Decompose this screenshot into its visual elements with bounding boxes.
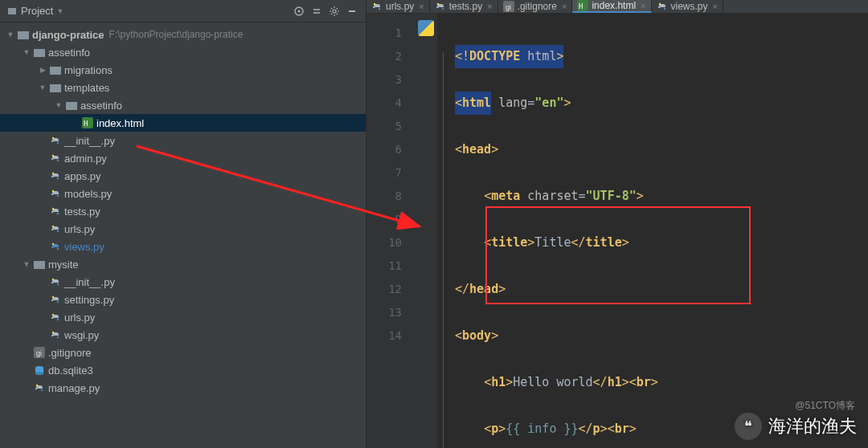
tree-item-label: db.sqlite3	[47, 365, 93, 377]
tree-item[interactable]: db.sqlite3	[0, 361, 366, 379]
tab-label: tests.py	[449, 1, 482, 12]
svg-text:H: H	[84, 120, 88, 128]
svg-point-32	[57, 248, 59, 250]
editor-tab[interactable]: tests.py×	[430, 0, 498, 13]
line-number[interactable]: 8	[366, 185, 402, 208]
collapse-icon[interactable]	[308, 2, 326, 20]
tree-item-label: wsgi.py	[63, 329, 99, 341]
tree-arrow-icon[interactable]: ▶	[37, 66, 48, 74]
tree-item[interactable]: apps.py	[0, 167, 366, 185]
project-dropdown[interactable]: Project ▼	[6, 5, 63, 17]
line-number[interactable]: 2	[366, 45, 402, 68]
tree-root-path: F:\pythonProject\django-pratice	[104, 29, 244, 40]
tree-item[interactable]: ▼assetinfo	[0, 96, 366, 114]
svg-point-22	[52, 190, 54, 192]
svg-rect-33	[34, 261, 45, 269]
line-gutter[interactable]: 1234567891011121314	[366, 14, 416, 448]
svg-rect-0	[8, 8, 16, 14]
editor-tab[interactable]: views.py×	[652, 0, 723, 13]
svg-point-38	[52, 296, 54, 298]
tree-item[interactable]: admin.py	[0, 149, 366, 167]
close-icon[interactable]: ×	[639, 1, 645, 10]
line-number[interactable]: 10	[366, 231, 402, 255]
tab-label: views.py	[671, 1, 708, 12]
close-icon[interactable]: ×	[711, 2, 718, 11]
tree-item[interactable]: ▶migrations	[0, 61, 366, 79]
tree-item[interactable]: __init__.py	[0, 132, 366, 149]
line-number[interactable]: 7	[366, 161, 402, 185]
svg-rect-7	[50, 67, 61, 75]
tree-item[interactable]: manage.py	[0, 379, 366, 397]
tree-item-label: apps.py	[63, 170, 101, 182]
html-icon: H	[80, 117, 95, 128]
tree-item-label: tests.py	[63, 206, 100, 218]
line-number[interactable]: 3	[366, 68, 402, 92]
svg-point-56	[379, 8, 380, 10]
tree-item[interactable]: gi.gitignore	[0, 344, 366, 361]
svg-point-3	[333, 10, 336, 13]
gear-icon[interactable]	[326, 2, 343, 20]
tree-item[interactable]: settings.py	[0, 291, 366, 308]
editor-body[interactable]: 1234567891011121314 <!DOCTYPE html> <htm…	[366, 14, 868, 448]
python-badge-icon	[418, 20, 434, 36]
tree-item-label: templates	[63, 82, 109, 94]
tree-arrow-icon[interactable]: ▼	[21, 260, 32, 268]
py-icon	[371, 1, 383, 12]
py-icon	[48, 329, 63, 340]
line-number[interactable]: 12	[366, 278, 402, 301]
line-number[interactable]: 13	[366, 301, 402, 324]
tree-item[interactable]: ▼mysite	[0, 255, 366, 273]
svg-point-14	[57, 142, 59, 144]
tree-item[interactable]: Hindex.html	[0, 114, 366, 132]
svg-rect-4	[349, 10, 355, 12]
tree-item[interactable]: views.py	[0, 238, 366, 255]
git-icon: gi	[32, 347, 47, 358]
project-tree[interactable]: ▼ django-pratice F:\pythonProject\django…	[0, 22, 366, 448]
svg-point-35	[52, 279, 54, 280]
tree-arrow-icon[interactable]: ▼	[53, 101, 64, 109]
editor-tab[interactable]: Hindex.html×	[572, 0, 651, 13]
code-area[interactable]: <!DOCTYPE html> <html lang="en"> <head> …	[450, 14, 868, 448]
editor-tab[interactable]: urls.py×	[366, 0, 430, 13]
chevron-down-icon[interactable]: ▼	[5, 31, 16, 39]
line-number[interactable]: 6	[366, 138, 402, 161]
svg-point-26	[57, 213, 59, 214]
editor-tab[interactable]: gi.gitignore×	[498, 0, 573, 13]
tree-item[interactable]: __init__.py	[0, 273, 366, 291]
folder-icon	[48, 65, 63, 75]
close-icon[interactable]: ×	[485, 2, 492, 11]
fold-strip[interactable]	[437, 14, 450, 448]
tree-item-label: settings.py	[63, 294, 114, 306]
tree-arrow-icon[interactable]: ▼	[37, 83, 48, 92]
svg-point-53	[41, 389, 43, 391]
line-number[interactable]: 14	[366, 324, 402, 348]
py-icon	[48, 170, 63, 181]
tree-item-label: assetinfo	[79, 100, 122, 112]
tree-item[interactable]: ▼templates	[0, 79, 366, 96]
close-icon[interactable]: ×	[417, 2, 424, 11]
tree-item[interactable]: urls.py	[0, 308, 366, 326]
locate-icon[interactable]	[290, 2, 308, 20]
hide-icon[interactable]	[343, 2, 361, 20]
tree-arrow-icon[interactable]: ▼	[21, 48, 32, 56]
tree-item-label: mysite	[47, 259, 79, 271]
tree-item[interactable]: tests.py	[0, 202, 366, 220]
tree-item[interactable]: wsgi.py	[0, 326, 366, 344]
line-number[interactable]: 9	[366, 208, 402, 231]
close-icon[interactable]: ×	[560, 2, 567, 11]
tree-item[interactable]: ▼assetinfo	[0, 43, 366, 61]
py-icon	[48, 135, 63, 146]
line-number[interactable]: 11	[366, 255, 402, 278]
tree-root[interactable]: ▼ django-pratice F:\pythonProject\django…	[0, 26, 366, 43]
line-number[interactable]: 1	[366, 22, 402, 45]
line-number[interactable]: 4	[366, 92, 402, 115]
svg-point-16	[52, 155, 54, 157]
folder-icon	[32, 259, 47, 269]
tree-item[interactable]: models.py	[0, 185, 366, 202]
py-icon	[48, 223, 63, 234]
tree-item[interactable]: urls.py	[0, 220, 366, 238]
line-number[interactable]: 5	[366, 115, 402, 138]
editor-tabs: urls.py×tests.py×gi.gitignore×Hindex.htm…	[366, 0, 868, 14]
project-sidebar: Project ▼ ▼ django-pratice F:\pythonProj…	[0, 0, 366, 448]
svg-point-59	[442, 8, 444, 10]
